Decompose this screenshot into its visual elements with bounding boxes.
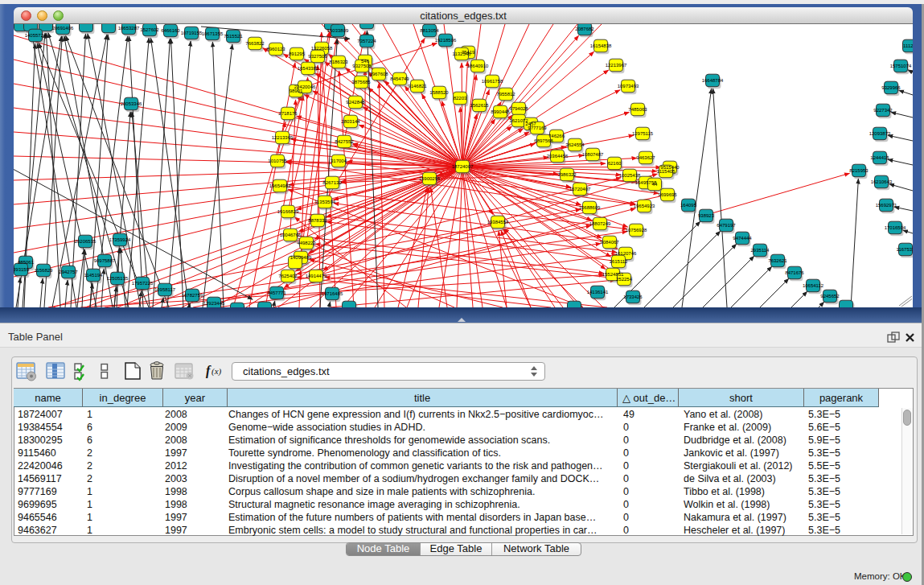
svg-text:11353594: 11353594: [314, 200, 336, 204]
svg-text:15751074: 15751074: [890, 64, 912, 68]
svg-text:9227342: 9227342: [873, 108, 893, 113]
svg-text:10961758: 10961758: [482, 79, 503, 84]
svg-text:6466160: 6466160: [161, 28, 180, 33]
svg-text:13226058: 13226058: [311, 46, 333, 51]
svg-text:12213967: 12213967: [606, 63, 627, 68]
svg-text:9146821: 9146821: [408, 84, 427, 89]
svg-text:19166829: 19166829: [277, 209, 299, 214]
svg-text:16033809: 16033809: [327, 28, 349, 33]
svg-text:18807249: 18807249: [589, 221, 611, 226]
svg-text:18640910: 18640910: [467, 64, 489, 68]
svg-text:10756928: 10756928: [626, 228, 647, 233]
svg-text:2087682: 2087682: [575, 27, 594, 31]
svg-text:1527602: 1527602: [140, 27, 159, 32]
svg-text:11123: 11123: [903, 43, 913, 48]
svg-text:3624554: 3624554: [565, 142, 585, 147]
svg-text:9777169: 9777169: [528, 126, 547, 130]
svg-text:9327506: 9327506: [308, 54, 327, 59]
svg-text:10973493: 10973493: [618, 84, 639, 89]
svg-text:15720407: 15720407: [569, 187, 591, 192]
svg-text:1615112: 1615112: [610, 259, 629, 264]
svg-text:19716485: 19716485: [322, 291, 343, 296]
svg-text:3115405: 3115405: [657, 169, 676, 174]
svg-text:1132546: 1132546: [453, 51, 472, 56]
svg-text:16782759: 16782759: [182, 293, 203, 298]
svg-text:9084067: 9084067: [600, 240, 619, 245]
svg-text:9457771: 9457771: [267, 290, 286, 295]
svg-text:1156829: 1156829: [35, 268, 54, 273]
svg-text:6897568: 6897568: [534, 138, 553, 143]
svg-text:(x): (x): [211, 366, 222, 377]
svg-text:62160: 62160: [608, 161, 622, 166]
svg-text:9327508: 9327508: [352, 64, 372, 68]
svg-text:14136141: 14136141: [587, 290, 609, 295]
svg-text:90975887: 90975887: [94, 258, 116, 263]
svg-text:10025438: 10025438: [619, 173, 641, 178]
svg-text:14099489: 14099489: [290, 255, 312, 260]
svg-text:6479197: 6479197: [717, 223, 736, 228]
svg-text:16154838: 16154838: [590, 43, 612, 48]
svg-text:16120746: 16120746: [615, 251, 637, 256]
svg-text:10688609: 10688609: [579, 205, 601, 210]
svg-text:7955812: 7955812: [496, 92, 515, 97]
svg-text:10671355: 10671355: [202, 31, 224, 36]
svg-text:8878332: 8878332: [308, 218, 327, 223]
svg-text:891295: 891295: [289, 51, 306, 56]
svg-text:1733426: 1733426: [623, 295, 643, 299]
svg-text:1010755: 1010755: [268, 159, 287, 163]
svg-text:8186323: 8186323: [329, 60, 348, 64]
svg-text:2942757: 2942757: [59, 270, 78, 274]
svg-text:17957225: 17957225: [132, 281, 154, 286]
svg-text:8215953: 8215953: [849, 168, 869, 173]
svg-text:1588520: 1588520: [429, 90, 449, 95]
svg-text:1145194: 1145194: [84, 273, 104, 278]
svg-text:14055724: 14055724: [25, 33, 47, 38]
svg-text:10719155: 10719155: [181, 31, 203, 35]
svg-text:19384554: 19384554: [487, 220, 509, 225]
svg-text:2967608: 2967608: [369, 72, 388, 76]
svg-text:8427552: 8427552: [335, 139, 354, 144]
svg-text:20206535: 20206535: [75, 239, 97, 244]
svg-text:f: f: [206, 364, 211, 378]
svg-text:18724007: 18724007: [452, 164, 474, 169]
svg-text:12975115: 12975115: [632, 131, 654, 136]
svg-text:10653287: 10653287: [118, 26, 140, 31]
svg-text:7357224: 7357224: [357, 39, 376, 43]
svg-text:20364456: 20364456: [547, 154, 569, 159]
svg-text:12923445: 12923445: [203, 301, 225, 306]
svg-text:10958117: 10958117: [154, 287, 176, 292]
svg-text:7986322: 7986322: [557, 172, 577, 177]
svg-text:44: 44: [652, 182, 658, 187]
svg-text:8267130: 8267130: [322, 180, 342, 185]
svg-text:393159: 393159: [14, 267, 30, 272]
svg-text:2935114: 2935114: [751, 248, 770, 253]
svg-text:1562615: 1562615: [470, 103, 489, 108]
svg-text:9474444: 9474444: [733, 236, 752, 241]
svg-text:2718176: 2718176: [278, 111, 298, 116]
svg-text:17016504: 17016504: [885, 225, 906, 230]
svg-text:10046766: 10046766: [280, 233, 302, 237]
svg-text:12093873: 12093873: [869, 131, 891, 136]
svg-text:317004: 317004: [331, 159, 347, 163]
svg-text:20691406: 20691406: [52, 26, 74, 31]
svg-text:9245652: 9245652: [820, 294, 840, 299]
svg-text:7663822: 7663822: [245, 41, 265, 46]
svg-text:7632621: 7632621: [768, 258, 787, 263]
svg-text:1244415: 1244415: [870, 155, 889, 160]
svg-text:10654112: 10654112: [803, 283, 824, 288]
svg-text:9699695: 9699695: [658, 192, 677, 197]
svg-text:82203: 82203: [454, 96, 467, 101]
svg-text:15692971: 15692971: [876, 203, 897, 208]
svg-text:22420046: 22420046: [294, 84, 316, 89]
svg-text:7485063: 7485063: [628, 107, 647, 112]
svg-text:7625402: 7625402: [278, 274, 298, 278]
svg-text:19654983: 19654983: [269, 183, 291, 188]
svg-text:3875685: 3875685: [351, 80, 371, 84]
svg-text:17359924: 17359924: [109, 237, 131, 242]
svg-text:20053346: 20053346: [121, 101, 142, 106]
svg-text:8960123: 8960123: [266, 47, 285, 51]
svg-text:15900295: 15900295: [419, 176, 441, 181]
svg-text:164095: 164095: [680, 203, 697, 208]
svg-text:8454749: 8454749: [390, 76, 409, 81]
svg-text:938923: 938923: [698, 213, 715, 218]
